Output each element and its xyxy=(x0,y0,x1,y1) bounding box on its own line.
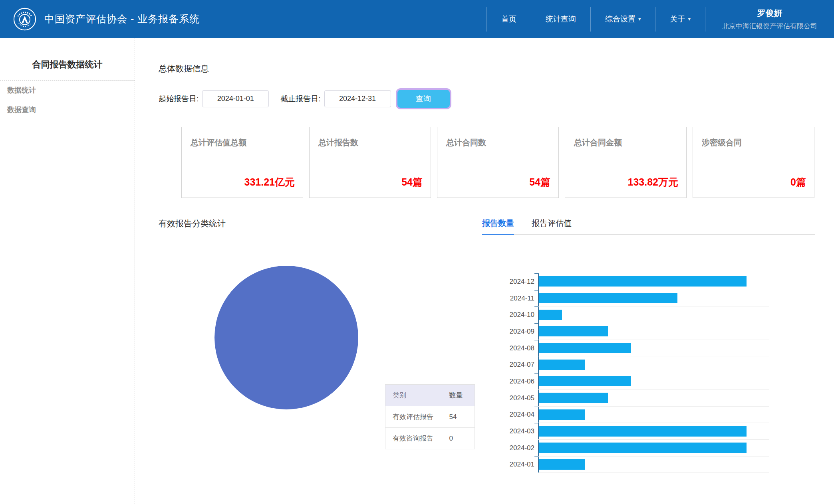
pie-legend-table: 类别 数量 有效评估报告54有效咨询报告0 xyxy=(385,384,475,449)
bar xyxy=(539,326,608,336)
axis-tick xyxy=(534,440,538,440)
legend-count: 0 xyxy=(442,428,475,449)
bar-row: 2024-08 xyxy=(482,340,770,357)
tab-report-value[interactable]: 报告评估值 xyxy=(532,218,572,234)
y-axis-label: 2024-02 xyxy=(482,444,538,452)
nav-item-label: 关于 xyxy=(670,14,685,24)
bar xyxy=(539,276,747,287)
bar-track xyxy=(538,457,769,473)
bar-row: 2024-07 xyxy=(482,356,770,373)
nav-item-label: 统计查询 xyxy=(546,14,576,24)
user-menu[interactable]: 罗俊妍 北京中海汇银资产评估有限公司 xyxy=(705,7,834,32)
start-date-input[interactable] xyxy=(202,90,269,107)
bar xyxy=(539,343,631,353)
axis-tick xyxy=(534,323,538,324)
bar-row: 2024-03 xyxy=(482,423,770,440)
bar-row: 2024-05 xyxy=(482,390,770,407)
nav-item-3[interactable]: 综合设置▾ xyxy=(590,7,655,32)
pie-chart-title: 有效报告分类统计 xyxy=(159,218,482,229)
nav-item-label: 综合设置 xyxy=(605,14,635,24)
y-axis-label: 2024-07 xyxy=(482,361,538,369)
bar-track xyxy=(538,440,769,457)
stat-card-value: 54篇 xyxy=(401,176,423,189)
sidebar-title: 合同报告数据统计 xyxy=(0,38,135,80)
y-axis-label: 2024-08 xyxy=(482,344,538,352)
y-axis-label: 2024-04 xyxy=(482,411,538,419)
stat-card: 涉密级合同0篇 xyxy=(693,127,814,198)
date-filter-row: 起始报告日: 截止报告日: 查询 xyxy=(159,90,815,108)
y-axis-label: 2024-06 xyxy=(482,378,538,385)
chart-tabs: 报告数量 报告评估值 xyxy=(482,218,815,235)
bar xyxy=(539,459,585,470)
bar-row: 2024-09 xyxy=(482,323,770,340)
gridline xyxy=(769,273,769,473)
sidebar-item-2[interactable]: 数据查询 xyxy=(0,100,135,119)
axis-tick xyxy=(534,373,538,374)
stat-card-label: 总计合同金额 xyxy=(574,137,622,148)
user-company: 北京中海汇银资产评估有限公司 xyxy=(722,22,817,31)
nav-item-2[interactable]: 统计查询 xyxy=(531,7,590,32)
y-axis-label: 2024-03 xyxy=(482,427,538,435)
y-axis-label: 2024-09 xyxy=(482,328,538,336)
association-logo-icon xyxy=(13,8,36,31)
y-axis-label: 2024-05 xyxy=(482,394,538,402)
bar-track xyxy=(538,290,769,307)
axis-tick xyxy=(534,407,538,407)
top-navbar: 中国资产评估协会 - 业务报备系统 首页统计查询综合设置▾关于▾ 罗俊妍 北京中… xyxy=(0,0,834,38)
legend-header-count: 数量 xyxy=(442,385,475,406)
bar-track xyxy=(538,373,769,390)
legend-row: 有效评估报告54 xyxy=(385,406,475,428)
charts-row: 有效报告分类统计 类别 数量 有效评估报告54有效咨询报告0 报告数量 xyxy=(159,218,815,483)
stat-card: 总计评估值总额331.21亿元 xyxy=(181,127,303,198)
stat-card: 总计合同金额133.82万元 xyxy=(565,127,687,198)
axis-tick xyxy=(534,306,538,307)
axis-tick xyxy=(534,340,538,340)
bar xyxy=(539,393,608,403)
bar-row: 2024-02 xyxy=(482,440,770,457)
end-date-input[interactable] xyxy=(324,90,391,107)
bar-track xyxy=(538,306,769,323)
bar-row: 2024-10 xyxy=(482,306,770,323)
nav-item-1[interactable]: 首页 xyxy=(486,7,531,32)
legend-category: 有效咨询报告 xyxy=(385,428,442,449)
bar-track xyxy=(538,340,769,357)
app-title: 中国资产评估协会 - 业务报备系统 xyxy=(44,12,200,26)
legend-header-category: 类别 xyxy=(385,385,442,406)
bar-chart-section: 报告数量 报告评估值 2024-122024-112024-102024-092… xyxy=(482,218,815,483)
bar xyxy=(539,376,631,386)
nav-item-label: 首页 xyxy=(501,14,516,24)
axis-tick xyxy=(534,457,538,457)
y-axis-label: 2024-01 xyxy=(482,461,538,468)
start-date-label: 起始报告日: xyxy=(159,94,199,104)
bar-chart: 2024-122024-112024-102024-092024-082024-… xyxy=(482,273,770,473)
pie-chart xyxy=(214,266,358,409)
axis-tick xyxy=(534,290,538,291)
end-date-label: 截止报告日: xyxy=(280,94,320,104)
bar xyxy=(539,409,585,420)
y-axis-label: 2024-11 xyxy=(482,294,538,302)
axis-tick xyxy=(534,273,538,274)
bar-row: 2024-06 xyxy=(482,373,770,390)
bar-track xyxy=(538,390,769,407)
axis-tick xyxy=(534,473,538,473)
stat-card-value: 133.82万元 xyxy=(628,176,678,189)
caret-down-icon: ▾ xyxy=(688,16,691,22)
tab-report-count[interactable]: 报告数量 xyxy=(482,218,514,235)
bar-row: 2024-11 xyxy=(482,290,770,307)
stat-card-value: 0篇 xyxy=(790,176,806,189)
axis-tick xyxy=(534,423,538,423)
main-content: 总体数据信息 起始报告日: 截止报告日: 查询 总计评估值总额331.21亿元总… xyxy=(135,38,834,504)
bar xyxy=(539,443,747,453)
nav-item-4[interactable]: 关于▾ xyxy=(655,7,705,32)
stat-card-value: 54篇 xyxy=(529,176,550,189)
query-button[interactable]: 查询 xyxy=(397,90,450,108)
bar xyxy=(539,310,562,320)
sidebar-item-1[interactable]: 数据统计 xyxy=(0,80,135,100)
bar xyxy=(539,426,747,437)
stat-card: 总计报告数54篇 xyxy=(309,127,431,198)
user-name: 罗俊妍 xyxy=(757,8,782,19)
bar xyxy=(539,360,585,370)
legend-category: 有效评估报告 xyxy=(385,406,442,428)
overview-heading: 总体数据信息 xyxy=(159,63,815,74)
stat-card: 总计合同数54篇 xyxy=(437,127,559,198)
